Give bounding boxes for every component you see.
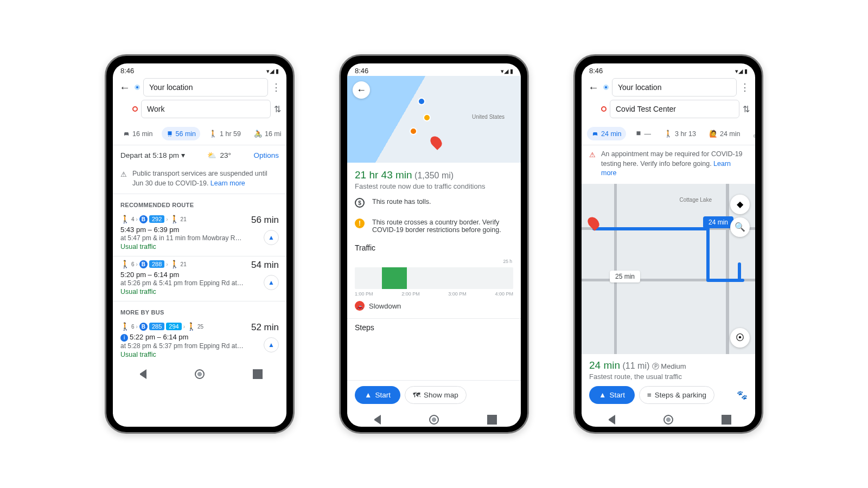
phone-route-detail: 8:46 ▾◢▮ ← United States 21 hr 43 min (1… xyxy=(339,54,529,434)
recommended-header: RECOMMENDED ROUTE xyxy=(113,194,286,211)
show-map-button[interactable]: 🗺 Show map xyxy=(405,386,467,404)
info-icon: i xyxy=(120,334,128,342)
nav-recent-icon[interactable] xyxy=(722,415,731,425)
mode-transit[interactable]: 56 min xyxy=(162,127,201,140)
border-warning: ! This route crosses a country border. V… xyxy=(347,213,521,239)
my-location-button[interactable]: ⦿ xyxy=(730,328,750,348)
mode-walking[interactable]: 🚶 1 hr 59 xyxy=(205,127,245,140)
mode-driving[interactable]: 16 min xyxy=(118,127,157,140)
back-button[interactable]: ← xyxy=(353,81,370,99)
nav-home-icon[interactable] xyxy=(429,415,439,425)
transit-icon xyxy=(635,130,642,138)
overflow-menu-icon[interactable]: ⋮ xyxy=(271,81,281,93)
map-hazard-icon xyxy=(410,127,417,135)
mode-transit[interactable]: — xyxy=(630,127,656,140)
steps-parking-button[interactable]: ≡ Steps & parking xyxy=(639,386,714,404)
mode-rideshare[interactable]: 🙋 24 min xyxy=(705,127,745,140)
start-button[interactable]: ▲ Start xyxy=(355,386,400,404)
parking-info: Ⓟ Medium xyxy=(652,362,686,370)
destination-dot-icon xyxy=(132,106,138,112)
rideshare-icon: 🙋 xyxy=(709,130,718,138)
travel-mode-bar: 24 min — 🚶 3 hr 13 🙋 24 min 🚲 xyxy=(582,125,755,145)
origin-dot-icon xyxy=(603,85,609,90)
swap-icon[interactable]: ⇅ xyxy=(743,104,750,114)
steps-header: Steps xyxy=(347,318,521,334)
travel-mode-bar: 16 min 56 min 🚶 1 hr 59 🚴 16 mi xyxy=(113,125,286,145)
status-bar: 8:46 ▾◢▮ xyxy=(582,63,755,76)
transit-icon xyxy=(166,130,174,138)
search-button[interactable]: 🔍 xyxy=(730,217,750,237)
system-nav-bar xyxy=(113,364,286,381)
walk-icon: 🚶 xyxy=(120,260,130,268)
route-subtitle: Fastest route, the usual traffic xyxy=(589,373,748,381)
destination-dot-icon xyxy=(601,106,607,112)
status-time: 8:46 xyxy=(589,67,603,75)
map-preview[interactable]: ← United States xyxy=(347,76,521,163)
toll-notice: $ This route has tolls. xyxy=(347,192,521,213)
start-button[interactable]: ▲ Start xyxy=(589,386,635,404)
route-duration: 54 min xyxy=(251,260,279,271)
bus-route-badge: 292 xyxy=(149,215,164,223)
swap-icon[interactable]: ⇅ xyxy=(274,104,281,114)
map-icon: 🗺 xyxy=(413,391,420,399)
route-traffic: Usual traffic xyxy=(120,243,279,251)
status-time: 8:46 xyxy=(355,67,368,75)
bus-route-badge: 285 xyxy=(149,323,164,330)
back-icon[interactable]: ← xyxy=(118,81,131,94)
mode-driving[interactable]: 24 min xyxy=(587,127,626,140)
origin-dot-icon xyxy=(135,85,140,90)
route-detail: at 5:47 pm & in 11 min from Mowbray Rd b… xyxy=(120,234,245,242)
phone-transit: 8:46 ▾◢▮ ← Your location ⋮ Work ⇅ 16 min xyxy=(105,54,295,434)
walk-icon: 🚶 xyxy=(209,130,218,138)
mode-cycling[interactable]: 🚲 xyxy=(749,127,755,140)
depart-time[interactable]: Depart at 5:18 pm ▾ xyxy=(120,151,185,159)
route-traffic: Usual traffic xyxy=(120,288,279,296)
alt-route-duration-label[interactable]: 25 min xyxy=(610,271,640,282)
to-input[interactable]: Covid Test Center xyxy=(610,100,739,118)
route-duration-label: 24 min xyxy=(703,216,733,228)
learn-more-link[interactable]: Learn more xyxy=(210,179,245,187)
weather-icon: ⛅ xyxy=(207,151,216,159)
route-window: 5:20 pm – 6:14 pm xyxy=(120,271,279,279)
to-input[interactable]: Work xyxy=(141,100,271,118)
back-icon[interactable]: ← xyxy=(587,81,600,94)
options-link[interactable]: Options xyxy=(253,151,279,159)
navigate-button[interactable]: ▲ xyxy=(264,230,279,245)
traffic-time-labels: 1:00 PM 2:00 PM 3:00 PM 4:00 PM xyxy=(355,291,513,297)
locate-icon: ⦿ xyxy=(736,333,744,343)
mode-walking[interactable]: 🚶 3 hr 13 xyxy=(660,127,700,140)
map-place-label: Cottage Lake xyxy=(680,197,712,203)
overflow-menu-icon[interactable]: ⋮ xyxy=(740,81,750,93)
route-item[interactable]: 🚶4 › B 292 › 🚶21 56 min ▲ 5:43 pm – 6:39… xyxy=(113,211,286,256)
system-nav-bar xyxy=(582,409,755,427)
map-waypoint-icon xyxy=(418,98,425,105)
nav-back-icon[interactable] xyxy=(371,415,381,425)
walk-icon: 🚶 xyxy=(170,260,179,268)
from-input[interactable]: Your location xyxy=(612,78,737,97)
route-traffic: Usual traffic xyxy=(120,351,279,358)
nav-home-icon[interactable] xyxy=(195,369,205,379)
navigate-button[interactable]: ▲ xyxy=(264,337,279,352)
status-icons: ▾◢▮ xyxy=(733,67,748,75)
bus-badge: B xyxy=(139,323,148,331)
nav-recent-icon[interactable] xyxy=(253,369,263,379)
warning-icon: ⚠ xyxy=(120,170,127,180)
nav-home-icon[interactable] xyxy=(663,415,673,425)
layers-button[interactable]: ◆ xyxy=(730,195,750,214)
search-icon: 🔍 xyxy=(735,222,745,232)
nav-recent-icon[interactable] xyxy=(487,415,497,425)
car-icon xyxy=(123,130,130,138)
route-item[interactable]: 🚶6 › B 288 › 🚶21 54 min ▲ 5:20 pm – 6:14… xyxy=(113,256,286,301)
from-input[interactable]: Your location xyxy=(143,78,268,97)
slowdown-icon: 🚗 xyxy=(355,301,365,311)
navigate-button[interactable]: ▲ xyxy=(264,275,279,290)
route-duration: 56 min xyxy=(251,215,279,226)
nav-back-icon[interactable] xyxy=(605,415,615,425)
list-icon: ≡ xyxy=(647,391,652,399)
nav-back-icon[interactable] xyxy=(137,369,146,379)
map-view[interactable]: Cottage Lake 24 min 25 min ◆ 🔍 ⦿ xyxy=(582,184,755,355)
temperature: 23° xyxy=(220,151,231,159)
route-item[interactable]: 🚶6 › B 285 294 › 🚶25 52 min ▲ i5:22 pm –… xyxy=(113,319,286,364)
mode-cycling[interactable]: 🚴 16 mi xyxy=(250,127,286,140)
warning-icon: ! xyxy=(355,219,365,228)
